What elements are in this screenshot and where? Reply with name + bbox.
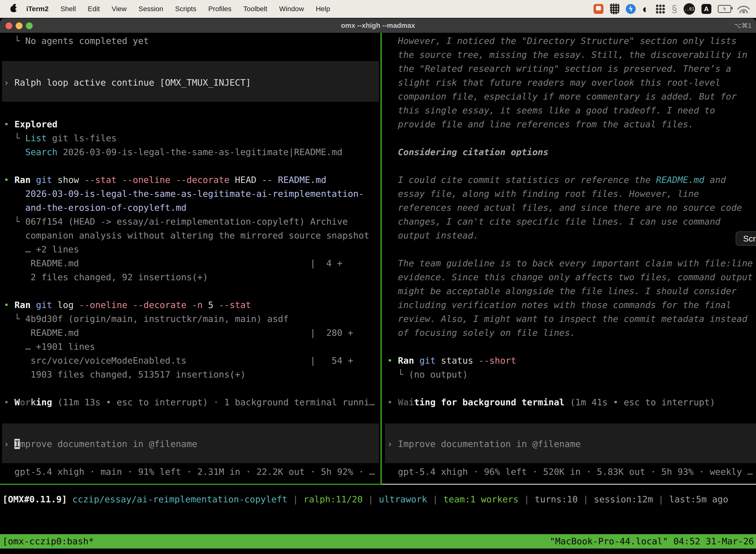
contrast-icon[interactable]: ◐ xyxy=(642,3,649,15)
terminal-row: • Ran git log --oneline --decorate -n 5 … xyxy=(4,298,380,312)
terminal-row: However, I noticed the "Directory Struct… xyxy=(387,34,756,48)
macos-menu-bar: iTerm2ShellEditViewSessionScriptsProfile… xyxy=(0,0,756,18)
menu-item-help[interactable]: Help xyxy=(310,5,336,13)
terminal-row: README.md | 4 + xyxy=(4,257,380,270)
terminal-row: including verification notes with those … xyxy=(387,298,756,312)
menu-item-edit[interactable]: Edit xyxy=(82,5,106,13)
terminal-row: • Ran git show --stat --oneline --decora… xyxy=(4,173,380,187)
terminal-row: └ List git ls-files xyxy=(4,131,380,145)
terminal-row: provide file and line references from th… xyxy=(387,117,756,131)
menu-item-toolbelt[interactable]: Toolbelt xyxy=(237,5,273,13)
terminal-row xyxy=(4,48,380,62)
terminal-row: slight risk that future readers may over… xyxy=(387,76,756,90)
dots-grid-icon[interactable] xyxy=(655,4,665,14)
terminal-row: └ 067f154 (HEAD -> essay/ai-reimplementa… xyxy=(4,215,380,229)
terminal-row: this single essay, it seems like a good … xyxy=(387,104,756,117)
left-agent-pane[interactable]: └ No agents completed yet› Ralph loop ac… xyxy=(4,34,380,479)
wifi-icon[interactable] xyxy=(738,5,750,13)
terminal-row xyxy=(4,423,380,437)
terminal-row: output instead. xyxy=(387,229,756,242)
input-source-icon[interactable]: A xyxy=(701,4,711,14)
terminal-row: • Ran git status --short xyxy=(387,354,756,368)
terminal-row: I could cite commit statistics or refere… xyxy=(387,173,756,187)
terminal-row: [OMX#0.11.9] cczip/essay/ai-reimplementa… xyxy=(2,492,728,506)
tmux-status-bar: [omx-cczip0:bash* "MacBook-Pro-44.local"… xyxy=(0,534,756,549)
terminal-row: of focusing solely on file lines. xyxy=(387,326,756,340)
terminal-row: The team guideline is to back every impo… xyxy=(387,257,756,270)
chat-badge-icon[interactable]: ϟ xyxy=(626,4,636,14)
terminal-row: README.md | 280 + xyxy=(4,326,380,340)
terminal-row xyxy=(4,382,380,395)
terminal-row: └ No agents completed yet xyxy=(4,34,380,48)
terminal-row xyxy=(4,284,380,298)
right-pane-bottom-border xyxy=(382,484,756,485)
terminal-row xyxy=(387,159,756,173)
terminal-row: › Improve documentation in @filename xyxy=(387,437,756,451)
menu-item-profiles[interactable]: Profiles xyxy=(202,5,237,13)
terminal-row xyxy=(4,62,380,76)
keyboard-icon[interactable] xyxy=(610,3,619,14)
terminal-row: › Improve documentation in @filename xyxy=(4,437,380,451)
menu-status-icons: ϟ◐§..61Aϟ xyxy=(593,3,756,15)
menu-item-scripts[interactable]: Scripts xyxy=(169,5,202,13)
menu-item-view[interactable]: View xyxy=(106,5,132,13)
terminal-row xyxy=(4,409,380,423)
squiggle-icon[interactable]: § xyxy=(672,4,677,14)
terminal-row: • Working (11m 13s • esc to interrupt) ·… xyxy=(4,395,380,409)
terminal-row: and-the-erosion-of-copyleft.md xyxy=(4,201,380,215)
terminal-row: might be acceptable alongside the file l… xyxy=(387,284,756,298)
terminal-row: gpt-5.4 xhigh · 96% left · 520K in · 5.8… xyxy=(387,465,756,479)
terminal-row: └ (no output) xyxy=(387,368,756,382)
terminal-row: references need actual files, and since … xyxy=(387,201,756,215)
recording-indicator[interactable] xyxy=(593,4,604,14)
terminal-row xyxy=(4,159,380,173)
terminal-row: Considering citation options xyxy=(387,145,756,159)
menu-item-iterm2[interactable]: iTerm2 xyxy=(20,5,55,13)
terminal-row: the "Related research writing" section i… xyxy=(387,62,756,76)
terminal-row: Search 2026-03-09-is-legal-the-same-as-l… xyxy=(4,145,380,159)
menu-item-window[interactable]: Window xyxy=(273,5,310,13)
terminal-row xyxy=(387,340,756,354)
apple-menu-icon[interactable] xyxy=(10,6,17,12)
pane-divider[interactable] xyxy=(380,33,382,485)
tmux-session-label[interactable]: [omx-cczip0:bash* xyxy=(2,534,94,549)
terminal-row: changes, I can't cite specific file line… xyxy=(387,215,756,229)
counter-badge[interactable]: ..61 xyxy=(684,3,695,15)
menu-item-shell[interactable]: Shell xyxy=(55,5,82,13)
terminal-row: the source tree, missing the essay. Stil… xyxy=(387,48,756,62)
terminal-row xyxy=(4,104,380,117)
terminal-row: › Ralph loop active continue [OMX_TMUX_I… xyxy=(4,76,380,90)
window-title-bar: omx --xhigh --madmax ⌥⌘1 xyxy=(0,18,756,33)
terminal-row: • Explored xyxy=(4,117,380,131)
menu-item-session[interactable]: Session xyxy=(132,5,169,13)
tmux-host-clock: "MacBook-Pro-44.local" 04:52 31-Mar-26 xyxy=(550,534,754,549)
menu-items: iTerm2ShellEditViewSessionScriptsProfile… xyxy=(20,5,336,13)
terminal-row: 2 files changed, 92 insertions(+) xyxy=(4,270,380,284)
terminal-row: review. Also, I might want to inspect th… xyxy=(387,312,756,326)
terminal-row: essay file, along with finding root file… xyxy=(387,187,756,201)
screen-overlay-label: Scre xyxy=(743,234,756,243)
window-shortcut-badge: ⌥⌘1 xyxy=(734,18,752,33)
terminal-row xyxy=(387,242,756,257)
terminal-row: companion file, especially if more comme… xyxy=(387,90,756,104)
terminal-row xyxy=(387,409,756,423)
terminal-row: gpt-5.4 xhigh · main · 91% left · 2.31M … xyxy=(4,465,380,479)
right-agent-pane[interactable]: However, I noticed the "Directory Struct… xyxy=(387,34,756,479)
terminal-row xyxy=(4,90,380,104)
terminal-row: └ 4b9d30f (origin/main, instructkr/main,… xyxy=(4,312,380,326)
terminal-content[interactable]: └ No agents completed yet› Ralph loop ac… xyxy=(0,33,756,554)
battery-icon[interactable]: ϟ xyxy=(718,5,731,13)
terminal-row: • Waiting for background terminal (1m 41… xyxy=(387,395,756,409)
terminal-row xyxy=(387,131,756,145)
terminal-row: … +1901 lines xyxy=(4,340,380,354)
terminal-row xyxy=(387,423,756,437)
terminal-row xyxy=(387,382,756,395)
terminal-row xyxy=(4,451,380,465)
left-pane-bottom-border xyxy=(0,484,382,485)
window-title: omx --xhigh --madmax xyxy=(0,18,756,33)
terminal-row: 1903 files changed, 513517 insertions(+) xyxy=(4,368,380,382)
terminal-row xyxy=(387,451,756,465)
screen-overlay-button[interactable]: Scre xyxy=(736,231,756,246)
omx-status-line: [OMX#0.11.9] cczip/essay/ai-reimplementa… xyxy=(2,492,728,506)
terminal-row: … +2 lines xyxy=(4,242,380,257)
